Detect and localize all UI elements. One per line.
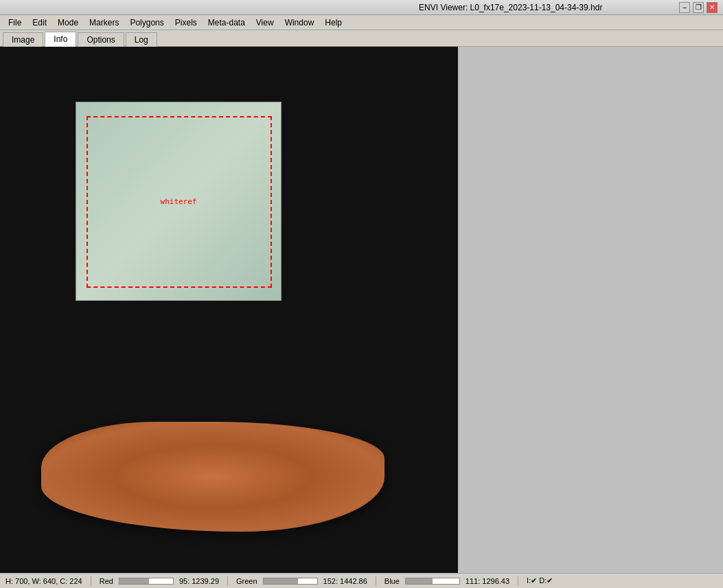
menu-bar: File Edit Mode Markers Polygons Pixels M… xyxy=(0,15,723,30)
menu-mode[interactable]: Mode xyxy=(52,16,84,29)
green-progress xyxy=(263,578,318,585)
restore-button[interactable]: ❐ xyxy=(693,2,704,13)
status-bar: H: 700, W: 640, C: 224 Red 95: 1239.29 G… xyxy=(0,573,723,588)
divider1 xyxy=(91,576,91,586)
menu-polygons[interactable]: Polygons xyxy=(124,16,169,29)
window-controls: – ❐ ✕ xyxy=(679,2,718,13)
tab-log[interactable]: Log xyxy=(126,32,157,47)
green-label: Green xyxy=(236,577,257,585)
menu-edit[interactable]: Edit xyxy=(27,16,52,29)
tab-options[interactable]: Options xyxy=(78,32,124,47)
divider4 xyxy=(518,576,518,586)
main-area: whiteref ENVI Viewer: L0_fx17e_2023-11-1… xyxy=(0,47,723,573)
menu-window[interactable]: Window xyxy=(279,16,320,29)
menu-markers[interactable]: Markers xyxy=(84,16,124,29)
blue-progress xyxy=(405,578,460,585)
tab-image[interactable]: Image xyxy=(3,32,43,47)
red-value: 95: 1239.29 xyxy=(179,577,219,585)
image-canvas: whiteref xyxy=(0,47,458,573)
divider3 xyxy=(376,576,376,586)
window-title: ENVI Viewer: L0_fx17e_2023-11-13_04-34-3… xyxy=(343,3,680,12)
status-indicator: I:✔ D:✔ xyxy=(527,576,553,585)
blue-label: Blue xyxy=(385,577,400,585)
right-panel: ENVI Viewer: L0_fx17e_2023-11-13_04-34-3… xyxy=(458,47,723,573)
whiteref-label: whiteref xyxy=(161,197,197,206)
red-label: Red xyxy=(100,577,113,585)
divider2 xyxy=(227,576,228,586)
menu-pixels[interactable]: Pixels xyxy=(170,16,203,29)
title-bar: ENVI Viewer: L0_fx17e_2023-11-13_04-34-3… xyxy=(0,0,723,15)
tab-bar: Image Info Options Log xyxy=(0,30,723,47)
image-panel[interactable]: whiteref xyxy=(0,47,458,573)
minimize-button[interactable]: – xyxy=(679,2,690,13)
menu-help[interactable]: Help xyxy=(319,16,347,29)
green-value: 152: 1442.86 xyxy=(323,577,367,585)
menu-view[interactable]: View xyxy=(251,16,279,29)
white-ref-panel: whiteref xyxy=(76,102,282,301)
lichen-object xyxy=(41,422,385,532)
status-hw: H: 700, W: 640, C: 224 xyxy=(5,577,82,585)
close-button[interactable]: ✕ xyxy=(707,2,718,13)
red-progress xyxy=(119,578,174,585)
menu-file[interactable]: File xyxy=(3,16,27,29)
tab-info[interactable]: Info xyxy=(45,32,76,47)
menu-metadata[interactable]: Meta-data xyxy=(203,16,251,29)
blue-value: 111: 1296.43 xyxy=(466,577,509,585)
